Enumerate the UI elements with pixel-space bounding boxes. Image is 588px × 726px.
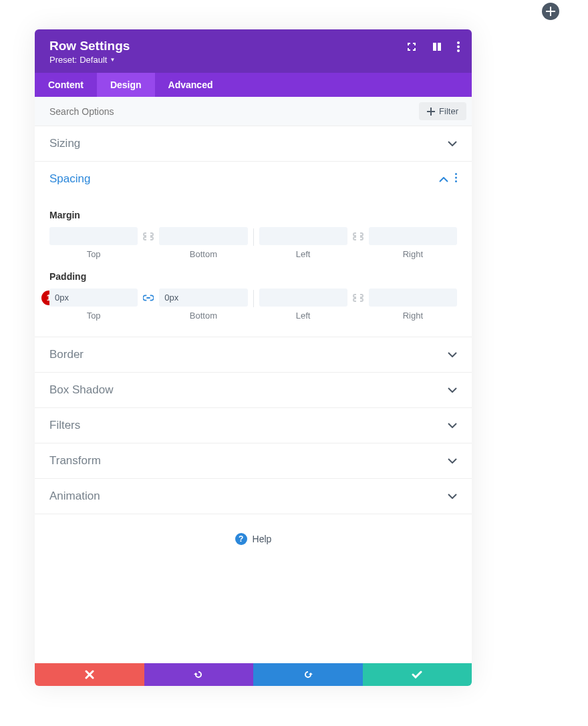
plus-icon [427,108,435,116]
row-settings-modal: Row Settings Preset: Default ▼ Content D… [35,29,472,686]
search-input[interactable] [49,106,419,117]
modal-header: Row Settings Preset: Default ▼ [35,29,472,73]
link-icon[interactable] [353,231,363,242]
divider [253,290,254,307]
field-label: Right [403,249,423,259]
more-icon[interactable] [457,41,460,55]
filter-label: Filter [439,106,458,116]
chevron-down-icon [448,494,457,499]
tab-advanced[interactable]: Advanced [155,73,227,97]
field-label: Top [87,311,101,321]
padding-right-input[interactable] [369,289,457,307]
svg-rect-1 [438,43,441,51]
svg-point-4 [457,49,460,52]
preset-value: Default [80,55,107,65]
section-title: Animation [49,490,100,503]
section-title: Box Shadow [49,383,113,397]
field-label: Left [296,249,311,259]
section-animation[interactable]: Animation [35,479,472,514]
tab-content[interactable]: Content [35,73,97,97]
svg-point-3 [457,45,460,48]
tab-design[interactable]: Design [97,73,155,97]
section-sizing[interactable]: Sizing [35,126,472,162]
save-button[interactable] [363,663,472,686]
link-icon[interactable] [143,293,154,303]
tabs: Content Design Advanced [35,73,472,97]
expand-icon[interactable] [406,41,417,55]
field-label: Right [403,311,423,321]
help-link[interactable]: ? Help [35,514,472,564]
redo-icon [303,669,313,680]
more-icon[interactable] [455,172,457,186]
modal-title: Row Settings [49,39,457,53]
divider [253,228,254,246]
field-label: Top [87,249,101,259]
link-icon[interactable] [143,231,154,242]
modal-footer [35,663,472,686]
section-transform[interactable]: Transform [35,443,472,479]
svg-point-5 [455,173,457,175]
chevron-down-icon [448,423,457,428]
undo-icon [193,669,204,680]
section-filters[interactable]: Filters [35,408,472,443]
help-icon: ? [235,533,247,545]
chevron-down-icon [448,141,457,146]
svg-point-6 [455,177,457,179]
check-icon [412,671,422,679]
chevron-up-icon [439,172,448,186]
section-title: Transform [49,454,101,468]
svg-point-2 [457,41,460,44]
close-icon [85,670,94,679]
padding-left-input[interactable] [259,289,347,307]
field-label: Bottom [190,311,217,321]
help-label: Help [253,534,272,544]
chevron-down-icon [448,458,457,464]
search-row: Filter [35,97,472,126]
section-title: Sizing [49,137,80,150]
section-border[interactable]: Border [35,337,472,373]
section-box-shadow[interactable]: Box Shadow [35,373,472,408]
columns-icon[interactable] [432,41,442,55]
undo-button[interactable] [144,663,254,686]
padding-bottom-input[interactable] [159,289,247,307]
add-button[interactable] [542,3,559,20]
margin-right-input[interactable] [369,227,457,245]
margin-top-input[interactable] [49,227,138,245]
cancel-button[interactable] [35,663,144,686]
section-title: Border [49,348,84,361]
preset-label: Preset: [49,55,77,65]
chevron-down-icon [448,352,457,357]
margin-label: Margin [49,210,457,220]
chevron-down-icon [448,387,457,393]
filter-button[interactable]: Filter [419,102,466,120]
redo-button[interactable] [253,663,363,686]
padding-group: 1 Padding Top Bottom [49,271,457,321]
padding-label: Padding [49,271,457,282]
svg-rect-0 [433,43,436,51]
link-icon[interactable] [353,293,363,303]
section-title: Filters [49,419,80,432]
padding-top-input[interactable] [49,289,138,307]
section-title: Spacing [49,172,90,186]
svg-point-7 [455,180,457,182]
margin-bottom-input[interactable] [159,227,247,245]
field-label: Left [296,311,311,321]
spacing-body: Margin Top Bottom [35,196,472,337]
field-label: Bottom [190,249,217,259]
chevron-down-icon: ▼ [110,57,115,63]
section-spacing[interactable]: Spacing [35,162,472,196]
margin-left-input[interactable] [259,227,347,245]
preset-selector[interactable]: Preset: Default ▼ [49,55,457,65]
margin-group: Margin Top Bottom [49,210,457,259]
